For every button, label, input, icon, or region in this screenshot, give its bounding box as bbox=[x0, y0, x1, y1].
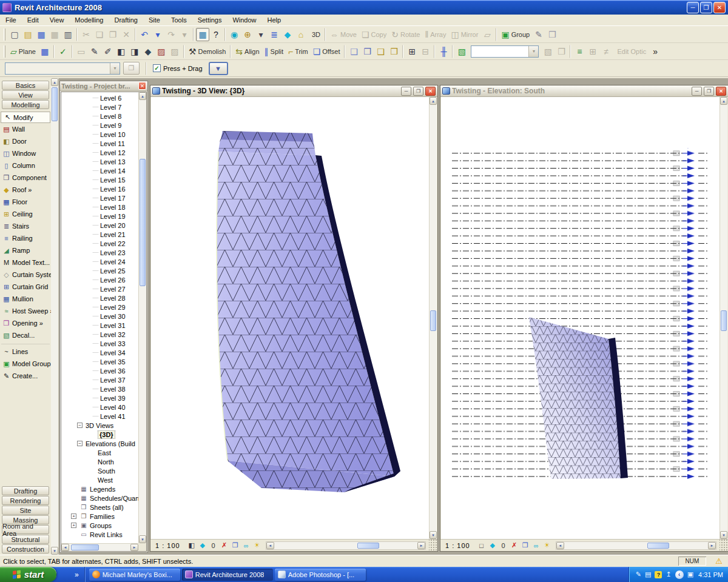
scroll-up-icon[interactable]: ▲ bbox=[430, 97, 437, 105]
tree-collapse-icon[interactable]: − bbox=[77, 423, 83, 428]
ungroup-button[interactable]: ❒ bbox=[545, 28, 559, 41]
dimension-button[interactable]: ╫ bbox=[437, 45, 450, 58]
crop-region-button[interactable]: ❐ bbox=[230, 541, 241, 550]
redo-list-button[interactable]: ▾ bbox=[178, 28, 191, 41]
project-browser-hscrollbar[interactable]: ◄ ► bbox=[61, 543, 138, 551]
scroll-thumb[interactable] bbox=[140, 159, 146, 286]
print-button[interactable]: ▥ bbox=[61, 28, 75, 41]
temporary-hide-button[interactable]: ∞ bbox=[241, 541, 252, 550]
tree-item-level[interactable]: Level 6 bbox=[61, 93, 138, 102]
tree-item-level[interactable]: Level 10 bbox=[61, 130, 138, 139]
scroll-thumb[interactable] bbox=[71, 544, 99, 550]
work-plane-button[interactable]: ▱Plane bbox=[8, 45, 38, 58]
title-bar[interactable]: Revit Architecture 2008 ─ ❐ ✕ bbox=[0, 0, 728, 15]
designbar-tab[interactable]: Modelling bbox=[2, 100, 49, 109]
tray-help-icon[interactable]: ? bbox=[655, 571, 662, 578]
cut-geometry-button[interactable]: ❑ bbox=[374, 45, 387, 58]
menu-item[interactable]: Drafting bbox=[109, 15, 143, 25]
save-button[interactable]: ▦ bbox=[35, 28, 48, 41]
tree-item-level[interactable]: Level 28 bbox=[61, 293, 138, 303]
scroll-thumb[interactable] bbox=[430, 310, 436, 331]
bucket-button[interactable]: ◆ bbox=[141, 45, 155, 58]
temporary-hide-button[interactable]: ∞ bbox=[531, 541, 542, 550]
rotate-button[interactable]: ↻Rotate bbox=[389, 28, 422, 41]
menu-item[interactable]: Help bbox=[262, 15, 287, 25]
designbar-mullion[interactable]: ▦Mullion bbox=[0, 293, 51, 305]
designbar-door[interactable]: ◧Door bbox=[0, 135, 51, 147]
designbar-scrollbar[interactable]: ▲ ▼ bbox=[51, 78, 59, 555]
uncut-geometry-button[interactable]: ❒ bbox=[387, 45, 400, 58]
minimize-button[interactable]: ─ bbox=[692, 87, 702, 96]
tree-item-level[interactable]: Level 16 bbox=[61, 184, 138, 193]
tree-item-3d-view[interactable]: {3D} bbox=[61, 430, 138, 439]
designbar-column[interactable]: ▯Column bbox=[0, 159, 51, 172]
render-region-button[interactable]: ▧ bbox=[455, 45, 468, 58]
tree-item-level[interactable]: Level 11 bbox=[61, 139, 138, 148]
resize-grip[interactable] bbox=[720, 540, 728, 551]
maximize-button[interactable]: ❐ bbox=[700, 2, 712, 13]
designbar-curtain-grid[interactable]: ⊞Curtain Grid bbox=[0, 281, 51, 293]
task-photoshop[interactable]: Adobe Photoshop - [... bbox=[275, 569, 366, 581]
project-browser-vscrollbar[interactable]: ▲ ▼ bbox=[138, 92, 146, 543]
crop-button[interactable]: ✗ bbox=[219, 541, 230, 550]
tree-item-level[interactable]: Level 41 bbox=[61, 412, 138, 421]
designbar-create[interactable]: ✎Create... bbox=[0, 370, 51, 382]
tree-item-level[interactable]: Level 23 bbox=[61, 248, 138, 257]
tree-expand-icon[interactable]: + bbox=[71, 523, 76, 528]
thin-lines-button[interactable]: ≣ bbox=[268, 28, 281, 41]
tree-item-level[interactable]: Level 21 bbox=[61, 230, 138, 239]
scale-label[interactable]: 1 : 100 bbox=[155, 542, 180, 549]
model-graphics-button[interactable]: ◆ bbox=[487, 541, 498, 550]
view3d-canvas[interactable]: ▲ ▼ bbox=[151, 97, 437, 539]
tree-item-elevation[interactable]: South bbox=[61, 466, 138, 475]
move-button[interactable]: ⇔Move bbox=[328, 28, 359, 41]
view3d-titlebar[interactable]: Twisting - 3D View: {3D} ─ ❐ ✕ bbox=[150, 85, 437, 97]
scroll-right-icon[interactable]: ► bbox=[417, 542, 425, 549]
design-options-button[interactable]: ≡ bbox=[573, 45, 586, 58]
scroll-right-icon[interactable]: ► bbox=[708, 542, 716, 549]
browser-sheets[interactable]: ❒ Sheets (all) bbox=[61, 503, 138, 512]
toolbar-grip[interactable] bbox=[4, 28, 5, 41]
export-image-button[interactable]: ❒ bbox=[554, 45, 568, 58]
warning-icon[interactable]: ⚠ bbox=[712, 557, 726, 566]
default-3d-view-button[interactable]: ◆ bbox=[281, 28, 294, 41]
add-to-set-button[interactable]: ⊞ bbox=[586, 45, 599, 58]
designbar-floor[interactable]: ▦Floor bbox=[0, 196, 51, 208]
maximize-button[interactable]: ❐ bbox=[704, 87, 714, 96]
zoom-button[interactable]: ⊕ bbox=[241, 28, 254, 41]
designbar-tab[interactable]: Drafting bbox=[2, 486, 49, 495]
cut-button[interactable]: ✂ bbox=[79, 28, 93, 41]
tree-item-level[interactable]: Level 32 bbox=[61, 330, 138, 339]
tree-item-level[interactable]: Level 14 bbox=[61, 166, 138, 175]
tree-item-level[interactable]: Level 38 bbox=[61, 384, 138, 393]
tree-item-level[interactable]: Level 35 bbox=[61, 357, 138, 366]
tree-item-level[interactable]: Level 27 bbox=[61, 284, 138, 293]
save-all-button[interactable]: ▦ bbox=[48, 28, 61, 41]
context-help-button[interactable]: ? bbox=[209, 28, 223, 41]
browser-groups[interactable]: + ▣ Groups bbox=[61, 521, 138, 530]
tree-item-level[interactable]: Level 20 bbox=[61, 221, 138, 230]
tree-item-level[interactable]: Level 12 bbox=[61, 148, 138, 157]
capture-button[interactable]: ▧ bbox=[541, 45, 554, 58]
thin-lines-toggle[interactable]: 0 bbox=[208, 541, 219, 550]
designbar-lines[interactable]: ~Lines bbox=[0, 346, 51, 358]
tree-item-level[interactable]: Level 13 bbox=[61, 157, 138, 166]
scroll-up-icon[interactable]: ▲ bbox=[720, 97, 727, 105]
designbar-model-text[interactable]: MModel Text... bbox=[0, 256, 51, 269]
redo-button[interactable]: ↷ bbox=[164, 28, 178, 41]
view3d-vscrollbar[interactable]: ▲ ▼ bbox=[429, 97, 437, 539]
new-button[interactable]: ▢ bbox=[8, 28, 21, 41]
crop-button[interactable]: ✗ bbox=[509, 541, 520, 550]
scroll-left-icon[interactable]: ◄ bbox=[556, 542, 564, 549]
scroll-right-icon[interactable]: ► bbox=[130, 544, 138, 551]
model-graphics-button[interactable]: ◆ bbox=[197, 541, 208, 550]
designbar-decal[interactable]: ▧Decal... bbox=[0, 329, 51, 341]
minimize-button[interactable]: ─ bbox=[401, 87, 411, 96]
tree-item-level[interactable]: Level 22 bbox=[61, 239, 138, 248]
render-scene-combobox[interactable]: ▾ bbox=[471, 45, 539, 58]
tree-item-level[interactable]: Level 29 bbox=[61, 303, 138, 312]
tree-item-level[interactable]: Level 17 bbox=[61, 193, 138, 202]
scroll-up-icon[interactable]: ▲ bbox=[139, 92, 146, 100]
menu-item[interactable]: Edit bbox=[22, 15, 44, 25]
scroll-up-icon[interactable]: ▲ bbox=[51, 78, 58, 86]
